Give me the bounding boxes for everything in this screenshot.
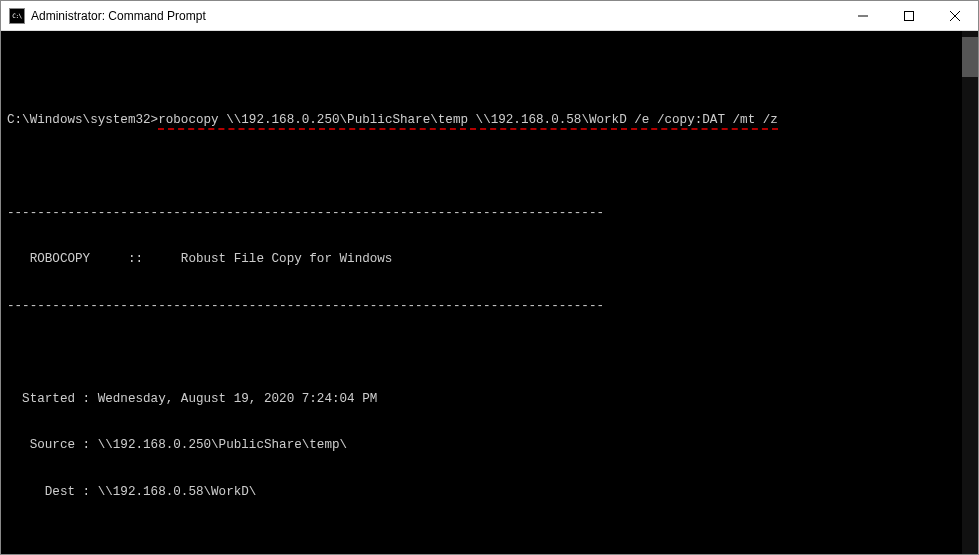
prompt-prefix: C:\Windows\system32> [7,113,158,127]
dest-row: Dest : \\192.168.0.58\WorkD\ [7,485,974,501]
minimize-button[interactable] [840,1,886,30]
divider: ----------------------------------------… [7,206,974,222]
command-text: robocopy \\192.168.0.250\PublicShare\tem… [158,113,778,130]
divider: ----------------------------------------… [7,299,974,315]
app-icon: C:\ [9,8,25,24]
command-prompt-window: C:\ Administrator: Command Prompt C:\Win… [0,0,979,555]
scrollbar-track[interactable] [962,31,978,554]
terminal-area[interactable]: C:\Windows\system32>robocopy \\192.168.0… [1,31,978,554]
titlebar[interactable]: C:\ Administrator: Command Prompt [1,1,978,31]
close-button[interactable] [932,1,978,30]
maximize-button[interactable] [886,1,932,30]
window-controls [840,1,978,30]
svg-rect-1 [905,11,914,20]
command-line: C:\Windows\system32>robocopy \\192.168.0… [7,113,974,129]
robocopy-header: ROBOCOPY :: Robust File Copy for Windows [7,252,974,268]
started-row: Started : Wednesday, August 19, 2020 7:2… [7,392,974,408]
source-row: Source : \\192.168.0.250\PublicShare\tem… [7,438,974,454]
window-title: Administrator: Command Prompt [31,9,840,23]
scrollbar-thumb[interactable] [962,37,978,77]
